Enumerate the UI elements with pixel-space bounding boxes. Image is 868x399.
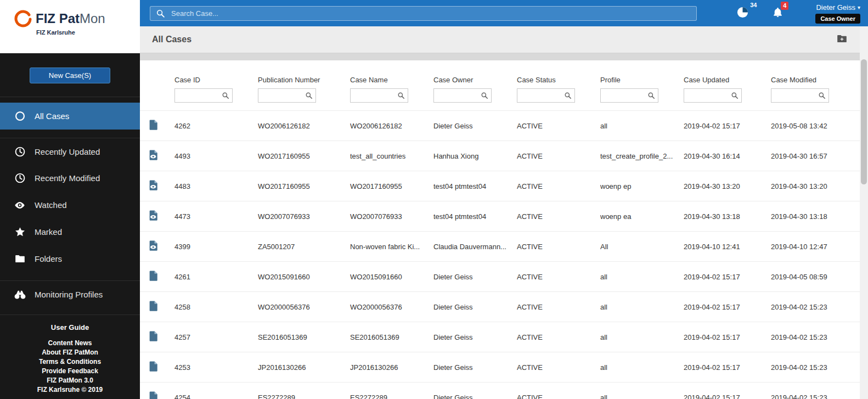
column-header-case-status: Case Status <box>517 60 600 88</box>
footer-link-fiz-patmon-3-0[interactable]: FIZ PatMon 3.0 <box>0 376 140 385</box>
cell-case-id: 4493 <box>174 141 258 171</box>
user-menu[interactable]: Dieter Geiss ▾ Case Owner <box>815 3 860 24</box>
table-row[interactable]: 4262WO2006126182WO2006126182Dieter Geiss… <box>140 111 860 141</box>
cell-case-owner: Dieter Geiss <box>433 383 517 399</box>
table-row[interactable]: 4399ZA5001207Non-woven fabric Ki...Claud… <box>140 232 860 262</box>
footer-link-terms-conditions[interactable]: Terms & Conditions <box>0 357 140 367</box>
notification-count-badge: 4 <box>781 2 788 10</box>
cell-publication-number: WO2017160955 <box>258 171 350 201</box>
cell-case-modified: 2019-04-02 15:23 <box>771 352 860 383</box>
page-title: All Cases <box>152 35 191 44</box>
filter-box-case-status <box>517 88 575 103</box>
filter-search-icon[interactable] <box>564 92 572 99</box>
cell-case-owner: Dieter Geiss <box>433 111 517 141</box>
filter-search-icon[interactable] <box>222 92 229 99</box>
content-area: Case IDPublication NumberCase NameCase O… <box>140 54 860 399</box>
filter-input-publication-number[interactable] <box>261 92 305 99</box>
cell-case-owner: Dieter Geiss <box>433 292 517 322</box>
table-row[interactable]: 4253JP2016130266JP2016130266Dieter Geiss… <box>140 352 860 383</box>
cell-case-modified: 2019-04-02 15:23 <box>771 322 860 352</box>
filter-search-icon[interactable] <box>647 92 655 99</box>
filter-box-publication-number <box>258 88 316 103</box>
table-row[interactable]: 4493WO2017160955test_all_countriesHanhua… <box>140 141 860 171</box>
cell-case-updated: 2019-04-10 12:41 <box>684 232 771 262</box>
cell-case-name: JP2016130266 <box>350 352 433 383</box>
fiz-logo-icon <box>14 10 32 27</box>
table-row[interactable]: 4483WO2017160955WO2017160955test04 ptmte… <box>140 171 860 201</box>
cell-case-updated: 2019-04-30 13:18 <box>684 201 771 232</box>
cell-case-status: ACTIVE <box>517 111 600 141</box>
cell-case-status: ACTIVE <box>517 232 600 262</box>
cases-table: Case IDPublication NumberCase NameCase O… <box>140 60 860 399</box>
filter-input-case-status[interactable] <box>520 92 564 99</box>
footer-link-fiz-karlsruhe-2019[interactable]: FIZ Karlsruhe © 2019 <box>0 385 140 395</box>
header-filter-row <box>140 88 860 111</box>
usage-stats-button[interactable]: 34 <box>736 6 749 21</box>
filter-search-icon[interactable] <box>481 92 488 99</box>
footer-link-provide-feedback[interactable]: Provide Feedback <box>0 367 140 376</box>
sidebar-item-all-cases[interactable]: All Cases <box>0 103 140 130</box>
sidebar-item-label: Marked <box>35 227 62 237</box>
filter-search-icon[interactable] <box>731 92 739 99</box>
notifications-button[interactable]: 4 <box>772 7 784 20</box>
cell-publication-number: JP2016130266 <box>258 352 350 383</box>
table-body: 4262WO2006126182WO2006126182Dieter Geiss… <box>140 111 860 399</box>
table-row[interactable]: 4257SE2016051369SE2016051369Dieter Geiss… <box>140 322 860 352</box>
search-icon <box>156 9 165 20</box>
watched-document-icon <box>149 150 158 160</box>
footer-link-content-news[interactable]: Content News <box>0 339 140 348</box>
cell-case-modified: 2019-04-02 15:23 <box>771 383 860 399</box>
filter-input-case-id[interactable] <box>178 92 222 99</box>
binoculars-icon <box>13 288 26 301</box>
table-row[interactable]: 4473WO2007076933WO2007076933test04 ptmte… <box>140 201 860 232</box>
cell-profile: all <box>600 292 684 322</box>
cell-case-owner: Claudia Dauvermann... <box>433 232 517 262</box>
filter-search-icon[interactable] <box>305 92 313 99</box>
new-case-button[interactable]: New Case(S) <box>30 68 110 83</box>
cell-case-status: ACTIVE <box>517 262 600 292</box>
cell-profile: woenp ep <box>600 171 684 201</box>
filter-input-profile[interactable] <box>604 92 647 99</box>
cell-case-status: ACTIVE <box>517 171 600 201</box>
column-header-case-owner: Case Owner <box>433 60 517 88</box>
cell-publication-number: WO2000056376 <box>258 292 350 322</box>
table-row[interactable]: 4261WO2015091660WO2015091660Dieter Geiss… <box>140 262 860 292</box>
sidebar-nav: All CasesRecently UpdatedRecently Modifi… <box>0 97 140 307</box>
case-search <box>150 6 697 21</box>
cell-case-status: ACTIVE <box>517 201 600 232</box>
filter-search-icon[interactable] <box>397 92 405 99</box>
footer-link-user-guide[interactable]: User Guide <box>0 323 140 332</box>
sidebar-item-recently-modified[interactable]: Recently Modified <box>0 165 140 192</box>
filter-input-case-updated[interactable] <box>687 92 731 99</box>
table-row[interactable]: 4254ES2272289ES2272289Dieter GeissACTIVE… <box>140 383 860 399</box>
cell-case-name: test_all_countries <box>350 141 433 171</box>
filter-input-case-owner[interactable] <box>437 92 481 99</box>
scrollbar-thumb[interactable] <box>861 59 867 184</box>
circle-icon <box>13 110 26 123</box>
filter-input-case-modified[interactable] <box>774 92 818 99</box>
add-to-folder-button[interactable] <box>836 33 848 47</box>
sidebar-item-recently-updated[interactable]: Recently Updated <box>0 138 140 165</box>
filter-box-case-updated <box>684 88 742 103</box>
sidebar-item-marked[interactable]: Marked <box>0 218 140 245</box>
vertical-scrollbar[interactable] <box>860 26 868 399</box>
column-header-case-updated: Case Updated <box>684 60 771 88</box>
filter-search-icon[interactable] <box>818 92 826 99</box>
sidebar-item-folders[interactable]: Folders <box>0 245 140 272</box>
cell-case-owner: Hanhua Xiong <box>433 141 517 171</box>
clock-icon <box>13 172 26 185</box>
cell-case-updated: 2019-04-02 15:17 <box>684 111 771 141</box>
cell-case-modified: 2019-04-30 13:20 <box>771 171 860 201</box>
filter-input-case-name[interactable] <box>353 92 397 99</box>
cell-profile: all <box>600 352 684 383</box>
pie-chart-icon <box>736 6 749 21</box>
sidebar-item-watched[interactable]: Watched <box>0 192 140 218</box>
new-case-section: New Case(S) <box>0 53 140 97</box>
cell-publication-number: ES2272289 <box>258 383 350 399</box>
user-name: Dieter Geiss <box>816 3 855 12</box>
table-row[interactable]: 4258WO2000056376WO2000056376Dieter Geiss… <box>140 292 860 322</box>
eye-icon <box>13 199 26 212</box>
footer-link-about-fiz-patmon[interactable]: About FIZ PatMon <box>0 348 140 357</box>
sidebar-item-monitoring-profiles[interactable]: Monitoring Profiles <box>0 280 140 307</box>
search-input[interactable] <box>150 6 697 21</box>
